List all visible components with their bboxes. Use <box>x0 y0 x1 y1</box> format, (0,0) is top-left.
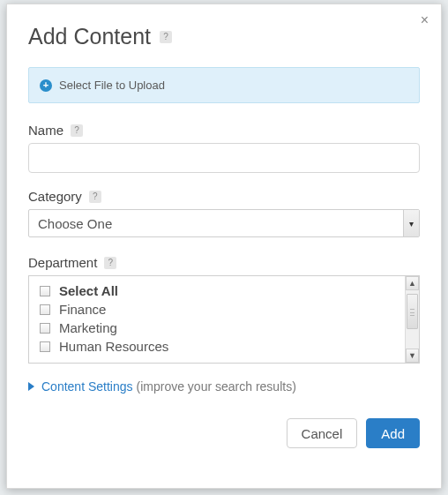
caret-right-icon[interactable] <box>28 382 34 391</box>
select-file-button[interactable]: + Select File to Upload <box>28 67 420 103</box>
list-item-select-all[interactable]: Select All <box>40 281 401 300</box>
name-label-text: Name <box>28 123 63 138</box>
category-label-text: Category <box>28 189 82 204</box>
help-icon[interactable]: ? <box>71 124 83 137</box>
scrollbar[interactable]: ▲ ▼ <box>405 276 419 363</box>
name-label: Name ? <box>28 123 420 138</box>
checkbox-icon[interactable] <box>40 341 50 352</box>
close-button[interactable]: × <box>421 13 429 27</box>
select-file-label: Select File to Upload <box>59 79 165 92</box>
category-label: Category ? <box>28 189 420 204</box>
checkbox-icon[interactable] <box>40 286 50 296</box>
list-item-label: Human Resources <box>59 339 168 354</box>
chevron-down-icon[interactable]: ▾ <box>403 210 419 236</box>
department-listbox[interactable]: Select All Finance Marketing Human Resou… <box>28 275 420 364</box>
list-item-label: Select All <box>59 283 118 298</box>
category-select[interactable]: Choose One <box>28 209 420 237</box>
checkbox-icon[interactable] <box>40 323 50 334</box>
add-button[interactable]: Add <box>366 418 420 448</box>
checkbox-icon[interactable] <box>40 304 50 315</box>
list-item-label: Marketing <box>59 320 117 335</box>
content-settings-link[interactable]: Content Settings <box>41 379 133 394</box>
cancel-button-label: Cancel <box>302 426 343 441</box>
dialog-title-text: Add Content <box>28 24 151 49</box>
add-button-label: Add <box>381 426 405 441</box>
list-item[interactable]: Finance <box>40 300 401 319</box>
category-selected-text: Choose One <box>38 216 112 231</box>
cancel-button[interactable]: Cancel <box>287 418 358 448</box>
list-item[interactable]: Marketing <box>40 319 401 337</box>
scroll-thumb[interactable] <box>407 294 418 329</box>
help-icon[interactable]: ? <box>160 31 172 43</box>
scroll-up-button[interactable]: ▲ <box>406 276 419 290</box>
plus-circle-icon: + <box>40 79 52 92</box>
department-label-text: Department <box>28 255 97 270</box>
list-item-label: Finance <box>59 302 106 317</box>
department-label: Department ? <box>28 255 420 270</box>
name-input[interactable] <box>28 143 420 173</box>
dialog-title: Add Content ? <box>28 24 420 49</box>
help-icon[interactable]: ? <box>104 257 116 269</box>
help-icon[interactable]: ? <box>89 191 101 203</box>
list-item[interactable]: Human Resources <box>40 337 401 356</box>
content-settings-row: Content Settings (improve your search re… <box>28 379 420 394</box>
content-settings-hint: (improve your search results) <box>137 379 296 394</box>
add-content-dialog: × Add Content ? + Select File to Upload … <box>6 4 442 489</box>
scroll-down-button[interactable]: ▼ <box>406 349 419 363</box>
